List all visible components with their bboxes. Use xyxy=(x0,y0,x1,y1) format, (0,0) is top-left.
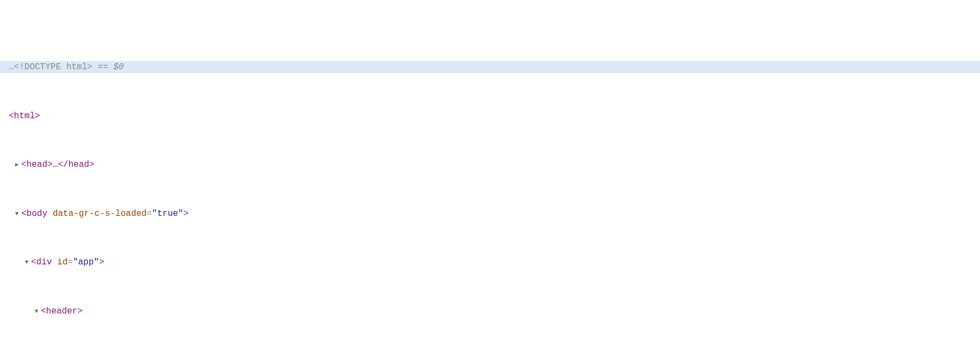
collapse-icon[interactable] xyxy=(33,305,40,317)
ellipsis: … xyxy=(53,159,58,171)
dom-line-div-app[interactable]: <div id="app"> xyxy=(0,256,980,268)
dom-line-html-open[interactable]: <html> xyxy=(0,110,980,122)
selected-suffix: == $0 xyxy=(93,61,124,73)
dom-line-head[interactable]: <head>…</head> xyxy=(0,159,980,171)
doctype-text: <!DOCTYPE html> xyxy=(14,61,93,73)
dom-line-header-open[interactable]: <header> xyxy=(0,305,980,317)
ellipsis: … xyxy=(9,61,14,73)
collapse-icon[interactable] xyxy=(23,256,30,268)
tag-body: body xyxy=(27,208,47,220)
collapse-icon[interactable] xyxy=(14,208,20,220)
tag-head: head xyxy=(27,159,47,171)
tag-html: html xyxy=(14,110,35,122)
dom-line-doctype[interactable]: …<!DOCTYPE html> == $0 xyxy=(0,61,980,73)
dom-line-body-open[interactable]: <body data-gr-c-s-loaded="true"> xyxy=(0,208,980,220)
expand-icon[interactable] xyxy=(14,159,20,171)
